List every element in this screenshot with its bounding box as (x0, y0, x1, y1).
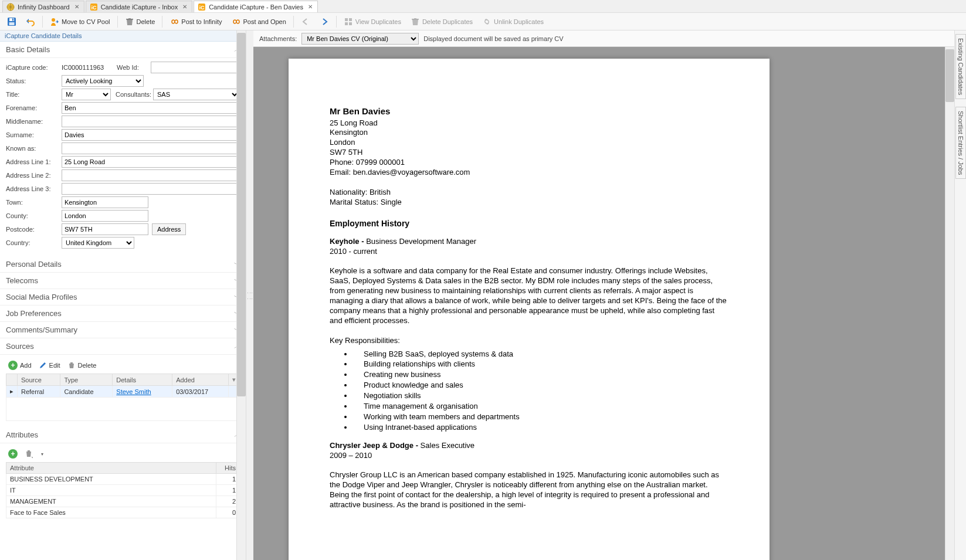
trash-icon (67, 361, 76, 369)
table-row[interactable]: Face to Face Sales0 (6, 507, 240, 518)
arrow-left-icon (301, 17, 310, 26)
middlename-input[interactable] (62, 116, 240, 127)
section-personal[interactable]: Personal Details ﹀ (0, 256, 246, 273)
table-row[interactable]: ▸ Referral Candidate Steve Smith 03/03/2… (6, 386, 240, 398)
list-item: Creating new business (353, 370, 728, 380)
sources-table[interactable]: Source Type Details Added ▾ ▸ Referral C… (6, 374, 240, 421)
addr1-input[interactable] (62, 156, 240, 168)
move-cv-button[interactable]: Move to CV Pool (46, 15, 114, 29)
document-viewport[interactable]: Mr Ben Davies 25 Long Road Kensington Lo… (253, 47, 966, 560)
trash-icon (411, 17, 420, 26)
postcode-input[interactable] (62, 223, 148, 235)
list-item: Using Intranet-based applications (353, 423, 728, 433)
infinity-open-icon (231, 17, 240, 26)
list-item: Working with team members and department… (353, 412, 728, 422)
app-icon: iC (90, 3, 98, 11)
details-panel: iCapture Candidate Details Basic Details… (0, 30, 246, 560)
undo-icon (26, 17, 35, 26)
globe-icon (6, 3, 15, 11)
add-source-button[interactable]: + Add (8, 361, 32, 370)
list-item: Negotiation skills (353, 391, 728, 401)
svg-rect-13 (345, 22, 348, 25)
county-input[interactable] (62, 210, 148, 222)
attachments-label: Attachments: (259, 35, 297, 42)
app-icon: iC (198, 3, 206, 11)
svg-rect-10 (126, 19, 133, 20)
table-row[interactable]: BUSINESS DEVELOPMENT1 (6, 474, 240, 485)
delete-source-button[interactable]: Delete (67, 361, 97, 369)
list-item: Time management & organisation (353, 402, 728, 412)
grid-icon (344, 17, 353, 26)
scrollbar[interactable] (236, 30, 246, 560)
webid-input[interactable] (151, 62, 238, 73)
tab-inbox[interactable]: iC Candidate iCapture - Inbox ✕ (86, 1, 192, 12)
infinity-icon (170, 17, 179, 26)
nav-back-button[interactable] (297, 15, 314, 29)
list-item: Selling B2B SaaS, deployed systems & dat… (353, 349, 728, 359)
section-telecoms[interactable]: Telecoms ﹀ (0, 273, 246, 289)
delete-duplicates-button: Delete Duplicates (407, 15, 476, 29)
status-select[interactable]: Actively Looking (62, 75, 144, 87)
save-button[interactable] (4, 15, 20, 29)
row-indicator-icon: ▸ (6, 386, 18, 398)
surname-input[interactable] (62, 129, 240, 141)
splitter[interactable]: ⋮⋮ (246, 30, 253, 560)
attachment-select[interactable]: Mr Ben Davies CV (Original) (301, 33, 419, 45)
add-attribute-button[interactable]: + (8, 449, 18, 459)
tab-candidate-active[interactable]: iC Candidate iCapture - Ben Davies ✕ (194, 1, 318, 12)
grip-icon: ⋮⋮ (246, 290, 254, 301)
list-item: Building relationships with clients (353, 359, 728, 369)
document-panel: Attachments: Mr Ben Davies CV (Original)… (253, 30, 966, 560)
scrollbar[interactable] (945, 47, 954, 560)
source-detail-link[interactable]: Steve Smith (116, 388, 151, 395)
view-duplicates-button: View Duplicates (340, 15, 405, 29)
town-input[interactable] (62, 196, 148, 208)
country-select[interactable]: United Kingdom (62, 237, 134, 249)
section-attributes[interactable]: Attributes ︿ (0, 427, 246, 443)
table-row[interactable]: IT1 (6, 485, 240, 496)
close-icon[interactable]: ✕ (182, 4, 187, 10)
delete-attribute-button[interactable] (25, 449, 34, 459)
close-icon[interactable]: ✕ (74, 4, 79, 10)
undo-button[interactable] (22, 15, 39, 29)
section-sources[interactable]: Sources ︿ (0, 338, 246, 355)
svg-text:iC: iC (199, 5, 205, 11)
knownas-input[interactable] (62, 142, 240, 154)
svg-rect-11 (345, 18, 348, 21)
addr3-input[interactable] (62, 183, 240, 195)
dropdown-icon[interactable]: ▾ (41, 452, 43, 457)
attachment-note: Displayed document will be saved as prim… (423, 35, 563, 42)
attributes-table[interactable]: Attribute Hits BUSINESS DEVELOPMENT1IT1M… (6, 462, 240, 518)
title-select[interactable]: Mr (62, 89, 111, 100)
icapture-code-value: IC0000111963 (62, 64, 114, 71)
addr2-input[interactable] (62, 169, 240, 181)
chevron-down-icon[interactable]: ▾ (232, 376, 236, 383)
address-lookup-button[interactable]: Address (152, 223, 186, 235)
toolbar: Move to CV Pool Delete Post to Infinity … (0, 13, 966, 30)
side-tab-existing[interactable]: Existing Candidates (955, 34, 966, 99)
nav-forward-button[interactable] (316, 15, 333, 29)
unlink-icon (482, 17, 492, 26)
edit-source-button[interactable]: Edit (39, 361, 60, 369)
tab-dashboard[interactable]: Infinity Dashboard ✕ (2, 1, 84, 12)
svg-rect-15 (412, 19, 419, 20)
close-icon[interactable]: ✕ (308, 4, 313, 10)
section-social[interactable]: Social Media Profiles ﹀ (0, 289, 246, 306)
pencil-icon (39, 361, 47, 369)
forename-input[interactable] (62, 102, 240, 114)
svg-text:iC: iC (91, 5, 97, 11)
svg-rect-12 (349, 18, 352, 21)
post-infinity-button[interactable]: Post to Infinity (166, 15, 225, 29)
table-row[interactable]: MANAGEMENT2 (6, 496, 240, 507)
svg-rect-7 (12, 18, 13, 21)
section-comments[interactable]: Comments/Summary ﹀ (0, 322, 246, 338)
unlink-duplicates-button: Unlink Duplicates (479, 15, 547, 29)
side-tab-shortlist[interactable]: Shortlist Entries / Jobs (955, 107, 966, 179)
post-open-button[interactable]: Post and Open (228, 15, 289, 29)
svg-point-9 (52, 18, 55, 22)
consultants-select[interactable]: SAS (153, 89, 240, 100)
section-basic-details[interactable]: Basic Details ︿ (0, 42, 246, 58)
section-jobprefs[interactable]: Job Preferences ﹀ (0, 306, 246, 322)
delete-button[interactable]: Delete (121, 15, 159, 29)
svg-rect-8 (9, 22, 15, 25)
